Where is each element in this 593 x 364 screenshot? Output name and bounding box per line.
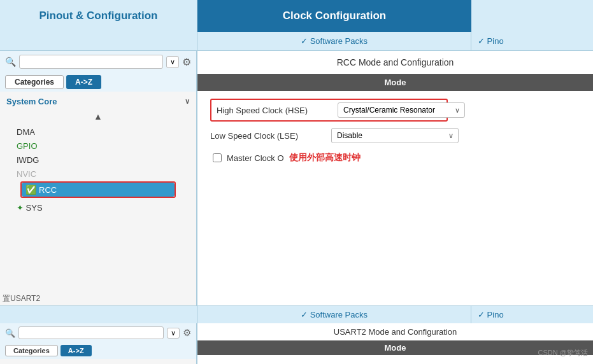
- tab-clock-label: Clock Configuration: [283, 10, 386, 22]
- search-bar: 🔍 ∨ ⚙: [0, 51, 196, 73]
- master-clock-row: Master Clock O 使用外部高速时钟: [210, 152, 580, 164]
- bottom-panel-title: USART2 Mode and Configuration: [197, 323, 593, 340]
- tab-categories-label: Categories: [15, 78, 54, 87]
- bottom-tab-categories[interactable]: Categories: [5, 345, 58, 356]
- bottom-content: USART2 Mode and Configuration Mode: [197, 323, 593, 364]
- hse-label: High Speed Clock (HSE): [217, 106, 331, 115]
- lse-label: Low Speed Clock (LSE): [210, 131, 325, 141]
- tooltip-text: 使用外部高速时钟: [289, 152, 361, 164]
- hse-select-wrapper: Crystal/Ceramic Resonator Disable BYPASS…: [338, 102, 465, 118]
- search-input[interactable]: [19, 55, 163, 69]
- nav-items: DMA GPIO IWDG NVIC ✅ RCC ✦ SYS: [0, 124, 196, 216]
- bottom-mode-header: Mode: [197, 340, 593, 355]
- tab-categories[interactable]: Categories: [5, 75, 64, 89]
- nav-item-dma[interactable]: DMA: [13, 125, 183, 139]
- sw-packs-label: ✓ Software Packs: [301, 36, 368, 46]
- watermark: CSDN @挚笃活: [538, 348, 588, 358]
- bottom-pino[interactable]: ✓ Pino: [471, 306, 593, 323]
- top-nav-bar: Pinout & Configuration Clock Configurati…: [0, 0, 593, 32]
- bottom-search-icon: 🔍: [5, 328, 15, 338]
- search-icon: 🔍: [5, 57, 16, 67]
- lse-select-wrapper: Disable Crystal/Ceramic Resonator BYPASS…: [331, 128, 459, 143]
- tab-clock[interactable]: Clock Configuration: [197, 0, 471, 32]
- rcc-label: RCC: [39, 185, 57, 195]
- second-nav: ✓ Software Packs ✓ Pino: [0, 32, 593, 51]
- lse-select[interactable]: Disable Crystal/Ceramic Resonator BYPASS…: [331, 128, 459, 143]
- bottom-search-input[interactable]: [18, 326, 164, 339]
- sw-packs-nav[interactable]: ✓ Software Packs: [197, 32, 471, 51]
- tab-az-label: A->Z: [75, 78, 92, 87]
- gear-icon[interactable]: ⚙: [182, 56, 191, 68]
- bottom-sidebar: 🔍 ∨ ⚙ Categories A->Z: [0, 323, 197, 364]
- search-dropdown-icon: ∨: [170, 58, 175, 66]
- master-clock-checkbox[interactable]: [213, 153, 222, 162]
- lse-row: Low Speed Clock (LSE) Disable Crystal/Ce…: [210, 128, 580, 143]
- bottom-search-dropdown[interactable]: ∨: [167, 328, 180, 339]
- up-arrow: ▲: [0, 109, 196, 124]
- system-core-section: System Core ∨: [0, 92, 196, 109]
- bottom-nav-left: [0, 306, 197, 323]
- mode-rows: High Speed Clock (HSE) Crystal/Ceramic R…: [197, 91, 593, 171]
- pino-label: ✓ Pino: [478, 36, 504, 46]
- tab-az[interactable]: A->Z: [66, 75, 101, 89]
- bottom-label: 置USART2: [0, 292, 43, 305]
- bottom-tab-az[interactable]: A->Z: [61, 345, 92, 356]
- check-icon: ✅: [25, 185, 36, 195]
- left-sidebar: 🔍 ∨ ⚙ Categories A->Z System Core ∨: [0, 51, 197, 331]
- nav-item-nvic[interactable]: NVIC: [13, 167, 183, 181]
- tab-pinout-label: Pinout & Configuration: [39, 10, 157, 22]
- pino-nav[interactable]: ✓ Pino: [471, 32, 593, 51]
- nav-item-rcc[interactable]: ✅ RCC: [22, 183, 175, 197]
- bottom-sw-packs-label: ✓ Software Packs: [301, 310, 368, 319]
- bottom-tabs-row: Categories A->Z: [0, 342, 196, 359]
- mode-header: Mode: [197, 74, 593, 91]
- bottom-second-nav: ✓ Software Packs ✓ Pino: [0, 305, 593, 323]
- bottom-search-bar: 🔍 ∨ ⚙: [0, 323, 196, 342]
- second-nav-left: [0, 32, 197, 51]
- rcc-highlight-border: ✅ RCC: [20, 181, 176, 198]
- content-panel: RCC Mode and Configuration Mode High Spe…: [197, 51, 593, 331]
- system-core-header[interactable]: System Core ∨: [6, 97, 190, 106]
- master-clock-label: Master Clock O: [227, 153, 284, 163]
- nav-item-iwdg[interactable]: IWDG: [13, 153, 183, 167]
- system-core-label: System Core: [6, 97, 57, 106]
- hse-row-highlight: High Speed Clock (HSE) Crystal/Ceramic R…: [210, 99, 448, 122]
- tabs-row: Categories A->Z: [0, 73, 196, 92]
- nav-item-gpio[interactable]: GPIO: [13, 139, 183, 153]
- bottom-pino-label: ✓ Pino: [478, 310, 504, 319]
- main-area: 🔍 ∨ ⚙ Categories A->Z System Core ∨: [0, 51, 593, 331]
- tab-pinout[interactable]: Pinout & Configuration: [0, 0, 197, 32]
- bottom-gear-icon[interactable]: ⚙: [183, 327, 191, 339]
- bottom-sw-packs[interactable]: ✓ Software Packs: [197, 306, 471, 323]
- search-dropdown-btn[interactable]: ∨: [166, 56, 179, 68]
- tab-extra: [471, 0, 593, 32]
- bottom-main-row: 🔍 ∨ ⚙ Categories A->Z USART2 Mode and Co…: [0, 323, 593, 364]
- panel-title: RCC Mode and Configuration: [197, 51, 593, 74]
- nav-item-sys[interactable]: ✦ SYS: [13, 201, 183, 214]
- bottom-area: ✓ Software Packs ✓ Pino 🔍 ∨ ⚙ Categories…: [0, 305, 593, 364]
- hse-select[interactable]: Crystal/Ceramic Resonator Disable BYPASS…: [338, 102, 465, 118]
- chevron-down-icon: ∨: [185, 97, 190, 106]
